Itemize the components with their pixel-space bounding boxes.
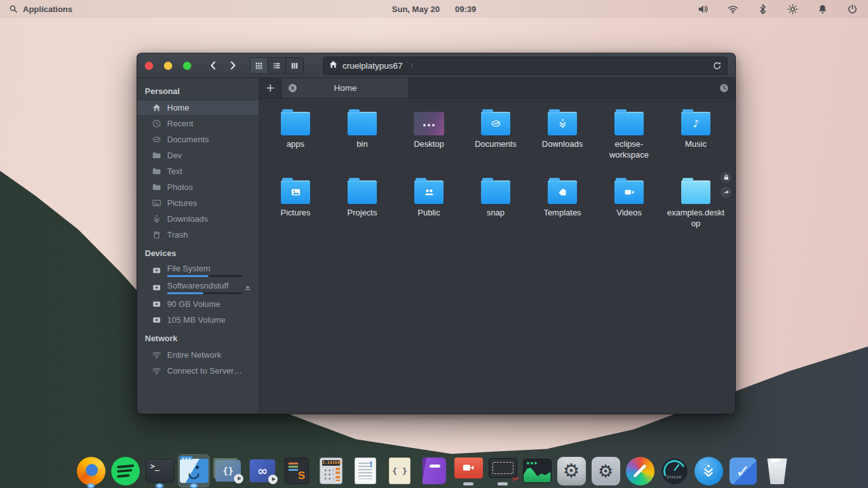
- path-bar[interactable]: cruelplatypus67: [323, 57, 728, 75]
- visual-studio-icon: ∞: [250, 459, 275, 482]
- chevron-right-icon: [407, 62, 416, 70]
- dock-code[interactable]: { }: [384, 454, 416, 487]
- sidebar-item-90-gb-volume[interactable]: 90 GB Volume: [137, 296, 259, 312]
- stacer-icon: STACER: [660, 457, 689, 485]
- dock-tasks[interactable]: ✓: [727, 454, 759, 487]
- file-public[interactable]: Public: [398, 176, 460, 229]
- bluetooth-icon[interactable]: [757, 4, 768, 15]
- file-examples-desktop[interactable]: examples.desktop: [665, 176, 727, 229]
- dock-dictionary[interactable]: [418, 454, 450, 487]
- forward-button[interactable]: [223, 56, 242, 75]
- eject-button[interactable]: [243, 283, 252, 292]
- terminal-icon: >_: [146, 459, 174, 483]
- notifications-icon[interactable]: [817, 4, 828, 15]
- panel-date: Sun, May 20: [392, 4, 440, 14]
- file-label: Templates: [543, 208, 581, 219]
- file-desktop[interactable]: Desktop: [398, 107, 460, 161]
- applications-menu[interactable]: Applications: [0, 4, 72, 14]
- grid-view-button[interactable]: [250, 58, 268, 73]
- sidebar-item-105-mb-volume[interactable]: 105 MB Volume: [137, 312, 259, 328]
- people-icon: [414, 180, 444, 204]
- dock-tweaks[interactable]: ⚙: [590, 454, 621, 487]
- trash-icon: [151, 230, 161, 240]
- sidebar-item-pictures[interactable]: Pictures: [137, 195, 259, 211]
- dock-trash-bin[interactable]: [761, 454, 793, 487]
- dock-calculator[interactable]: 3.141592: [315, 454, 347, 487]
- folder-icon: [614, 180, 644, 204]
- sidebar-item-downloads[interactable]: Downloads: [137, 211, 259, 227]
- file-music[interactable]: ♪Music: [665, 107, 727, 161]
- sublime-text-icon: S: [285, 458, 309, 484]
- sidebar-item-home[interactable]: Home: [137, 100, 259, 116]
- dock-screenshot-tool[interactable]: ✂: [487, 454, 519, 487]
- dock-text-editor[interactable]: [349, 454, 381, 487]
- file-apps[interactable]: apps: [264, 107, 327, 161]
- file-bin[interactable]: bin: [331, 107, 393, 161]
- dock-system-monitor[interactable]: [521, 454, 553, 487]
- dock-terminal[interactable]: >_: [144, 454, 175, 487]
- sidebar-item-softwaresndstuff[interactable]: Softwaresndstuff: [137, 279, 259, 296]
- download-icon: [151, 214, 161, 224]
- power-icon[interactable]: [847, 4, 858, 15]
- image-icon: [281, 180, 310, 204]
- gear-icon: ⚙: [563, 461, 580, 480]
- column-view-button[interactable]: [286, 58, 303, 73]
- file-eclipse-workspace[interactable]: eclipse-workspace: [598, 107, 660, 161]
- new-tab-button[interactable]: [259, 78, 281, 98]
- dock-download-manager[interactable]: [693, 454, 724, 487]
- back-button[interactable]: [204, 56, 223, 75]
- dock-firefox[interactable]: [75, 454, 107, 487]
- dock-color-picker[interactable]: [624, 454, 656, 487]
- sidebar-item-documents[interactable]: Documents: [137, 132, 259, 147]
- maximize-button[interactable]: [183, 62, 191, 70]
- home-icon: [329, 60, 338, 71]
- file-snap[interactable]: snap: [465, 176, 527, 229]
- sidebar-item-dev[interactable]: Dev: [137, 147, 259, 163]
- file-pictures[interactable]: Pictures: [264, 176, 327, 229]
- folder-icon: [414, 180, 444, 204]
- dock-stacer[interactable]: STACER: [658, 454, 690, 487]
- header-bar[interactable]: cruelplatypus67: [137, 53, 735, 78]
- dock-system-settings[interactable]: ⚙: [555, 454, 587, 487]
- sidebar-item-connect-to-server[interactable]: Connect to Server…: [137, 363, 259, 379]
- list-view-button[interactable]: [268, 58, 286, 73]
- dock-visual-studio[interactable]: ∞: [247, 454, 278, 487]
- datetime-indicator[interactable]: Sun, May 20 09:39: [392, 4, 476, 14]
- history-icon[interactable]: [719, 78, 735, 98]
- network-icon: [151, 350, 161, 360]
- sidebar-item-photos[interactable]: Photos: [137, 179, 259, 195]
- file-documents[interactable]: Documents: [465, 107, 527, 161]
- sidebar-item-entire-network[interactable]: Entire Network: [137, 347, 259, 363]
- sidebar-item-text[interactable]: Text: [137, 163, 259, 179]
- dock-spotify[interactable]: [109, 454, 141, 487]
- dock-files[interactable]: [178, 454, 210, 487]
- volume-icon[interactable]: [698, 4, 709, 15]
- folder-icon: [614, 112, 644, 135]
- refresh-icon[interactable]: [712, 61, 722, 71]
- minimize-button[interactable]: [164, 62, 172, 70]
- sidebar-item-trash[interactable]: Trash: [137, 227, 259, 243]
- breadcrumb[interactable]: cruelplatypus67: [342, 61, 403, 71]
- tasks-icon: ✓: [729, 458, 757, 485]
- file-videos[interactable]: Videos: [598, 176, 660, 229]
- sidebar-item-recent[interactable]: Recent: [137, 116, 259, 132]
- puzzle-icon: [548, 180, 577, 204]
- dock-code-editor[interactable]: {}: [212, 454, 244, 487]
- tab-home[interactable]: Home: [281, 78, 409, 98]
- sidebar-item-file-system[interactable]: File System: [137, 262, 259, 279]
- scissors-icon: ✂: [511, 473, 520, 484]
- close-tab-icon[interactable]: [288, 83, 297, 93]
- file-label: apps: [287, 139, 304, 150]
- file-view[interactable]: appsbinDesktopDocumentsDownloadseclipse-…: [259, 98, 735, 414]
- close-button[interactable]: [145, 62, 153, 70]
- file-label: Downloads: [542, 139, 583, 150]
- dock-screen-recorder[interactable]: [452, 454, 484, 487]
- dock-sublime-text[interactable]: S: [281, 454, 313, 487]
- file-projects[interactable]: Projects: [331, 176, 393, 229]
- firefox-icon: [77, 457, 105, 485]
- brightness-icon[interactable]: [787, 4, 798, 15]
- file-downloads[interactable]: Downloads: [531, 107, 593, 161]
- folder-icon: [681, 180, 710, 204]
- wifi-icon[interactable]: [728, 4, 738, 15]
- file-templates[interactable]: Templates: [531, 176, 593, 229]
